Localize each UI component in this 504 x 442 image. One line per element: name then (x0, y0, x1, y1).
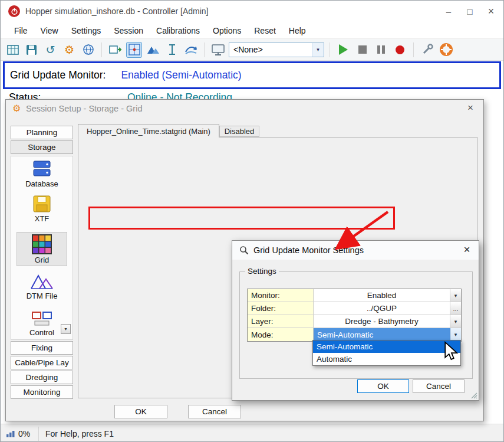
toolbar-separator (413, 42, 414, 57)
layer-dropdown-button[interactable]: ▾ (450, 315, 461, 328)
life-ring-help-icon[interactable] (438, 42, 454, 58)
sidebar-item-label: DTM File (27, 292, 58, 300)
sidebar-item-dtm-file[interactable]: DTM File (11, 272, 73, 300)
dtm-wireframe-icon (30, 272, 54, 290)
grid-update-monitor-dialog: Grid Update Monitor Settings × Settings … (232, 240, 479, 401)
menu-reset[interactable]: Reset (248, 24, 282, 37)
flow-arrows-icon[interactable] (183, 42, 199, 58)
sidebar-item-xtf[interactable]: XTF (11, 195, 73, 223)
mode-label: Mode: (248, 328, 314, 341)
control-windows-icon (31, 311, 52, 326)
layer-value[interactable]: Dredge - Bathymetry (314, 315, 450, 328)
banner-label: Grid Update Monitor: (10, 69, 106, 81)
monitor-value[interactable]: Enabled (314, 289, 450, 302)
folder-browse-button[interactable]: ... (450, 302, 461, 315)
undo-icon[interactable]: ↺ (42, 42, 58, 58)
window-title: Hopper simulation_inshore.db - Controlle… (25, 6, 208, 16)
monitor-cancel-button[interactable]: Cancel (413, 379, 465, 393)
database-icon (32, 160, 52, 178)
progress-bars-icon (6, 430, 15, 438)
red-annotation-arrow (322, 208, 396, 256)
record-button[interactable] (392, 42, 408, 58)
menu-calibrations[interactable]: Calibrations (150, 24, 206, 37)
export-window-icon[interactable] (107, 42, 123, 58)
magnifier-icon (239, 245, 249, 255)
monitor-ok-button[interactable]: OK (357, 379, 409, 393)
sidebar-item-label: XTF (35, 214, 50, 223)
monitor-display-icon[interactable] (210, 42, 226, 58)
statusbar: 0% For Help, press F1 (1, 424, 503, 442)
sidebar-button-dredging[interactable]: Dredging (11, 371, 73, 384)
session-cancel-button[interactable]: Cancel (188, 405, 241, 418)
table-row: Layer: Dredge - Bathymetry ▾ (248, 315, 461, 328)
toolbar-separator (204, 42, 205, 57)
session-ok-button[interactable]: OK (114, 405, 167, 418)
grid-table-icon[interactable] (5, 42, 21, 58)
folder-label: Folder: (248, 302, 314, 315)
sidebar-button-monitoring[interactable]: Monitoring (11, 385, 73, 399)
pause-button[interactable] (373, 42, 389, 58)
menu-options[interactable]: Options (206, 24, 248, 37)
save-icon[interactable] (24, 42, 39, 58)
table-row: Monitor: Enabled ▾ (248, 289, 461, 302)
tab-disabled[interactable]: Disabled (219, 126, 259, 137)
sidebar-button-storage[interactable]: Storage (11, 140, 73, 154)
toolbar-separator (101, 42, 102, 57)
statusbar-help-text: For Help, press F1 (45, 429, 114, 438)
chevron-down-icon[interactable]: ▾ (312, 43, 324, 57)
mountains-dtm-icon[interactable] (145, 42, 161, 58)
sidebar-button-fixing[interactable]: Fixing (11, 341, 73, 355)
menu-settings[interactable]: Settings (65, 24, 108, 37)
session-dialog-close-icon[interactable]: × (463, 102, 477, 114)
globe-icon[interactable] (80, 42, 96, 58)
dropdown-option-automatic[interactable]: Automatic (313, 353, 460, 365)
menu-file[interactable]: File (8, 24, 34, 37)
menu-session[interactable]: Session (107, 24, 150, 37)
profile-ibeam-icon[interactable] (164, 42, 180, 58)
dropdown-option-semi-automatic[interactable]: Semi-Automatic (313, 340, 460, 353)
grid-update-monitor-banner: Grid Update Monitor: Enabled (Semi-Autom… (3, 61, 501, 89)
mode-combo-value[interactable]: Semi-Automatic (314, 328, 450, 341)
resize-grip-icon[interactable] (470, 392, 477, 399)
sidebar-button-planning[interactable]: Planning (11, 126, 73, 139)
tab-statgrid-main[interactable]: Hopper_Online_Time.statgrid (Main) (78, 124, 219, 137)
settings-group-title: Settings (245, 267, 279, 276)
gears-settings-icon[interactable]: ⚙ (61, 42, 77, 58)
sidebar-item-grid-selected[interactable]: Grid (17, 232, 67, 266)
xtf-floppy-icon (33, 195, 51, 212)
menu-view[interactable]: View (34, 24, 65, 37)
gear-icon: ⚙ (12, 103, 21, 114)
titlebar: Hopper simulation_inshore.db - Controlle… (1, 1, 503, 22)
probe-tool-icon[interactable] (419, 42, 435, 58)
grid-color-icon (32, 234, 52, 254)
monitor-dialog-close-icon[interactable]: × (460, 243, 474, 256)
stop-button[interactable] (354, 42, 370, 58)
banner-value: Enabled (Semi-Automatic) (121, 69, 241, 81)
grid-target-icon-selected[interactable] (126, 42, 142, 58)
minimize-button[interactable]: – (442, 5, 455, 18)
sidebar-button-cable-pipe-lay[interactable]: Cable/Pipe Lay (11, 356, 73, 369)
toolbar-separator (330, 42, 330, 57)
layer-label: Layer: (248, 315, 314, 328)
progress-percent: 0% (18, 429, 30, 438)
maximize-button[interactable]: □ (463, 5, 476, 18)
menubar: File View Settings Session Calibrations … (1, 22, 503, 38)
sidebar-item-database[interactable]: Database (11, 160, 73, 188)
monitor-label: Monitor: (248, 289, 314, 302)
folder-value[interactable]: ../QGUP (314, 302, 450, 315)
table-row: Mode: Semi-Automatic ▾ (248, 328, 461, 341)
menu-help[interactable]: Help (282, 24, 312, 37)
play-button[interactable] (335, 42, 351, 58)
power-app-icon (8, 5, 20, 17)
mode-dropdown-button[interactable]: ▾ (450, 328, 461, 341)
sidebar-more-dropdown-button[interactable]: ▼ (61, 324, 71, 334)
close-button[interactable]: × (485, 5, 498, 18)
storage-icon-panel: Database XTF Grid DTM File Control ▼ (11, 156, 73, 340)
device-selector-combo[interactable]: <None> ▾ (229, 42, 324, 57)
app-window: Hopper simulation_inshore.db - Controlle… (0, 0, 504, 442)
sidebar-item-label: Database (25, 179, 58, 188)
sidebar-item-label: Grid (35, 256, 50, 264)
toolbar: ↺ ⚙ <None> ▾ (1, 38, 503, 61)
statusbar-separator (38, 427, 39, 441)
monitor-dropdown-button[interactable]: ▾ (450, 289, 461, 302)
